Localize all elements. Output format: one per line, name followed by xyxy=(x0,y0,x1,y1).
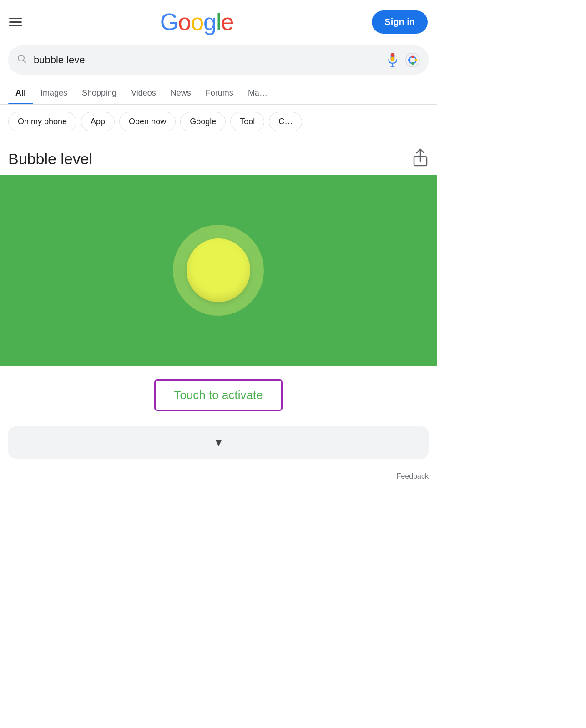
svg-point-10 xyxy=(415,59,418,61)
svg-point-12 xyxy=(408,59,411,61)
search-bar-container xyxy=(0,41,437,82)
tab-shopping[interactable]: Shopping xyxy=(75,82,124,104)
search-icon xyxy=(16,53,27,67)
tab-news[interactable]: News xyxy=(163,82,198,104)
chip-google[interactable]: Google xyxy=(180,112,226,131)
share-button[interactable] xyxy=(412,148,429,169)
chip-app[interactable]: App xyxy=(81,112,115,131)
svg-rect-3 xyxy=(391,53,395,57)
search-tabs: All Images Shopping Videos News Forums M… xyxy=(0,82,437,105)
svg-line-1 xyxy=(24,61,26,63)
svg-point-11 xyxy=(411,62,414,65)
chip-on-my-phone[interactable]: On my phone xyxy=(8,112,76,131)
chip-open-now[interactable]: Open now xyxy=(119,112,176,131)
feedback-row: Feedback xyxy=(0,472,437,490)
bubble-inner xyxy=(187,238,250,302)
bubble-outer-ring xyxy=(173,225,264,316)
logo-g2: g xyxy=(203,9,216,35)
bubble-level-widget[interactable] xyxy=(0,175,437,366)
feedback-link[interactable]: Feedback xyxy=(397,472,429,480)
svg-rect-4 xyxy=(391,57,395,61)
touch-activate-container: Touch to activate xyxy=(0,366,437,422)
tab-videos[interactable]: Videos xyxy=(124,82,163,104)
microphone-icon[interactable] xyxy=(387,52,399,68)
chip-tool[interactable]: Tool xyxy=(230,112,264,131)
tab-forums[interactable]: Forums xyxy=(198,82,241,104)
header: Google Sign in xyxy=(0,0,437,41)
logo-l: l xyxy=(216,9,221,35)
svg-point-7 xyxy=(406,53,419,67)
tab-images[interactable]: Images xyxy=(33,82,75,104)
search-bar[interactable] xyxy=(8,46,429,75)
touch-activate-button[interactable]: Touch to activate xyxy=(154,379,282,411)
logo-o1: o xyxy=(178,9,191,35)
sign-in-button[interactable]: Sign in xyxy=(372,10,428,34)
logo-e: e xyxy=(221,9,234,35)
svg-point-9 xyxy=(411,56,414,58)
chip-more[interactable]: C… xyxy=(269,112,302,131)
tab-maps[interactable]: Ma… xyxy=(241,82,275,104)
logo-g: G xyxy=(160,9,178,35)
expand-section[interactable]: ▾ xyxy=(8,426,429,459)
hamburger-menu[interactable] xyxy=(9,18,22,26)
search-input[interactable] xyxy=(34,54,380,66)
tab-all[interactable]: All xyxy=(8,82,33,104)
google-logo: Google xyxy=(160,8,234,35)
filter-chips: On my phone App Open now Google Tool C… xyxy=(0,105,437,139)
result-section-header: Bubble level xyxy=(0,139,437,175)
result-title: Bubble level xyxy=(8,150,92,168)
google-lens-icon[interactable] xyxy=(405,52,420,68)
logo-o2: o xyxy=(191,9,203,35)
chevron-down-icon: ▾ xyxy=(216,435,222,450)
